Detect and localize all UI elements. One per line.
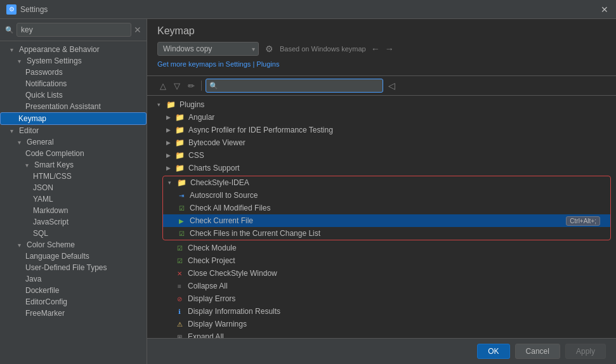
sidebar-item-javascript[interactable]: JavaScript: [0, 216, 147, 228]
sidebar-item-html-css[interactable]: HTML/CSS: [0, 171, 147, 182]
keymap-select-wrapper: Windows copy: [157, 42, 259, 56]
search-prev-button[interactable]: ◁: [388, 81, 395, 91]
apply-button[interactable]: Apply: [565, 344, 606, 359]
sidebar-item-keymap[interactable]: Keymap: [0, 112, 147, 125]
sidebar-item-markdown[interactable]: Markdown: [0, 205, 147, 216]
get-more-keymaps-link[interactable]: Get more keymaps in Settings | Plugins: [157, 60, 279, 68]
check-module-icon: ☑: [175, 244, 184, 252]
scroll-icon: ⇥: [177, 191, 186, 200]
close-button[interactable]: ✕: [600, 4, 610, 15]
ktree-item-collapse-all[interactable]: ≡ Collapse All: [147, 280, 616, 292]
ktree-label: Display Information Results: [188, 307, 280, 316]
chevron-right-icon: ▶: [166, 127, 173, 133]
chevron-down-icon: ▾: [10, 46, 16, 53]
back-button[interactable]: ←: [371, 44, 380, 54]
sidebar-item-passwords[interactable]: Passwords: [0, 67, 147, 78]
sidebar-item-notifications[interactable]: Notifications: [0, 78, 147, 89]
ktree-item-expand-all[interactable]: ⊞ Expand All: [147, 330, 616, 338]
sidebar-item-editorconfig[interactable]: EditorConfig: [0, 296, 147, 308]
ktree-item-bytecode-viewer[interactable]: ▶ 📁 Bytecode Viewer: [147, 136, 616, 149]
sidebar-item-color-scheme[interactable]: ▾ Color Scheme: [0, 239, 147, 250]
expand-tree-button[interactable]: △: [157, 80, 169, 92]
forward-button[interactable]: →: [385, 44, 394, 54]
sidebar-item-presentation-assistant[interactable]: Presentation Assistant: [0, 101, 147, 112]
ktree-label: Check Module: [188, 244, 237, 252]
sidebar-item-label: Keymap: [18, 114, 46, 123]
sidebar-item-sql[interactable]: SQL: [0, 228, 147, 239]
sidebar-item-editor[interactable]: ▾ Editor: [0, 125, 147, 136]
chevron-right-icon: ▶: [166, 165, 173, 171]
sidebar-item-label: Code Completion: [25, 149, 84, 158]
sidebar-item-json[interactable]: JSON: [0, 182, 147, 193]
chevron-right-icon: ▶: [166, 152, 173, 159]
sidebar-item-user-defined-file-types[interactable]: User-Defined File Types: [0, 262, 147, 273]
ktree-label: CheckStyle-IDEA: [190, 178, 249, 187]
folder-icon: 📁: [175, 138, 185, 147]
warning-icon: ⚠: [175, 320, 184, 328]
ktree-item-display-warnings[interactable]: ⚠ Display Warnings: [147, 318, 616, 330]
sidebar-item-freemarker[interactable]: FreeMarker: [0, 308, 147, 319]
sidebar-item-java[interactable]: Java: [0, 273, 147, 285]
sidebar-item-language-defaults[interactable]: Language Defaults: [0, 250, 147, 262]
keymap-toolbar: △ ▽ ✏ 🔍 ◁: [147, 76, 616, 96]
cancel-button[interactable]: Cancel: [515, 344, 560, 359]
ktree-item-check-current-file[interactable]: ▶ Check Current File Ctrl+Alt+;: [163, 214, 610, 227]
chevron-down-icon: ▾: [18, 58, 24, 65]
sidebar-item-quick-lists[interactable]: Quick Lists: [0, 89, 147, 101]
ktree-item-plugins[interactable]: ▾ 📁 Plugins: [147, 98, 616, 111]
collapse-tree-button[interactable]: ▽: [171, 80, 183, 92]
keymap-header: Keymap Windows copy ⚙ Based on Windows k…: [147, 19, 616, 76]
ktree-item-display-information[interactable]: ℹ Display Information Results: [147, 305, 616, 318]
sidebar-item-yaml[interactable]: YAML: [0, 193, 147, 205]
sidebar-item-label: Notifications: [25, 79, 67, 88]
sidebar-item-smart-keys[interactable]: ▾ Smart Keys: [0, 159, 147, 171]
sidebar-item-appearance-behavior[interactable]: ▾ Appearance & Behavior: [0, 44, 147, 55]
ktree-item-async-profiler[interactable]: ▶ 📁 Async Profiler for IDE Performance T…: [147, 124, 616, 136]
sidebar-item-code-completion[interactable]: Code Completion: [0, 148, 147, 159]
keymap-gear-button[interactable]: ⚙: [264, 42, 275, 55]
ktree-label: Display Warnings: [188, 320, 247, 328]
sidebar-item-general[interactable]: ▾ General: [0, 136, 147, 148]
sidebar-item-label: General: [27, 138, 54, 146]
keymap-select[interactable]: Windows copy: [157, 42, 259, 56]
chevron-down-icon: ▾: [168, 179, 174, 186]
chevron-right-icon: ▶: [166, 114, 173, 120]
keymap-plugins-link[interactable]: Get more keymaps in Settings | Plugins: [157, 60, 606, 72]
sidebar-item-dockerfile[interactable]: Dockerfile: [0, 285, 147, 296]
ktree-item-check-all-modified[interactable]: ☑ Check All Modified Files: [163, 202, 610, 214]
ktree-item-charts-support[interactable]: ▶ 📁 Charts Support: [147, 162, 616, 174]
edit-shortcut-button[interactable]: ✏: [185, 80, 197, 92]
sidebar-item-system-settings[interactable]: ▾ System Settings: [0, 55, 147, 67]
folder-icon: 📁: [175, 126, 185, 134]
sidebar-search-clear[interactable]: ✕: [134, 25, 141, 35]
sidebar-tree: ▾ Appearance & Behavior ▾ System Setting…: [0, 41, 147, 364]
info-icon: ℹ: [175, 307, 184, 316]
sidebar-item-label: Language Defaults: [25, 252, 89, 261]
title-text: Settings: [20, 5, 48, 14]
ktree-item-angular[interactable]: ▶ 📁 Angular: [147, 111, 616, 124]
keymap-search-input[interactable]: [206, 79, 383, 93]
sidebar-item-label: Smart Keys: [34, 160, 74, 169]
title-bar-left: ⚙ Settings: [6, 4, 48, 15]
ktree-item-close-checkstyle-window[interactable]: ✕ Close CheckStyle Window: [147, 267, 616, 280]
ktree-item-display-errors[interactable]: ⊘ Display Errors: [147, 292, 616, 305]
ok-button[interactable]: OK: [477, 344, 509, 359]
sidebar-item-label: HTML/CSS: [33, 172, 72, 181]
ktree-item-check-module[interactable]: ☑ Check Module: [147, 242, 616, 254]
ktree-label: Display Errors: [188, 294, 235, 303]
folder-icon: 📁: [177, 178, 187, 187]
ktree-item-autoscroll-to-source[interactable]: ⇥ Autoscroll to Source: [163, 189, 610, 202]
play-icon: ▶: [177, 216, 186, 225]
ktree-label: CSS: [188, 151, 204, 160]
folder-icon: 📁: [175, 164, 185, 172]
ktree-item-css[interactable]: ▶ 📁 CSS: [147, 149, 616, 162]
ktree-item-checkstyle-idea[interactable]: ▾ 📁 CheckStyle-IDEA: [163, 176, 610, 189]
sidebar-search-input[interactable]: [16, 23, 131, 37]
collapse-all-icon: ≡: [175, 282, 184, 290]
expand-all-icon: ⊞: [175, 332, 184, 338]
ktree-label: Check Project: [188, 256, 235, 265]
sidebar-item-label: EditorConfig: [25, 297, 67, 306]
ktree-item-check-files-in-change-list[interactable]: ☑ Check Files in the Current Change List: [163, 227, 610, 240]
sidebar-item-label: Quick Lists: [25, 91, 63, 100]
ktree-item-check-project[interactable]: ☑ Check Project: [147, 254, 616, 267]
